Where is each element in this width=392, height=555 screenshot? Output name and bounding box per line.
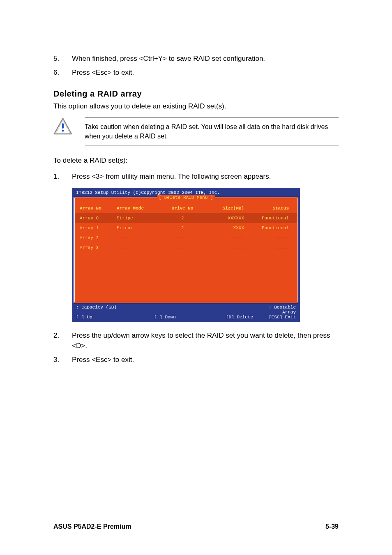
bios-cell: Functional [244,216,292,221]
bios-cell: Array 0 [80,216,117,221]
bottom-steps-list: 2.Press the up/down arrow keys to select… [53,330,339,365]
step-text: Press <3> from utility main menu. The fo… [72,171,339,182]
bios-cell: 2 [162,226,203,230]
bios-cell: Array 1 [80,226,117,230]
svg-rect-2 [62,123,64,129]
bios-cell: 2 [162,216,203,221]
numbered-step: 1.Press <3> from utility main menu. The … [53,171,339,182]
bios-screenshot: IT8212 Setup Utility (C)Copyright 2002-2… [72,188,300,322]
step-number: 5. [53,53,72,64]
caution-icon [53,117,72,136]
step-number: 2. [53,330,72,351]
bios-cell: ---- [117,235,162,240]
section-intro: This option allows you to delete an exis… [53,101,339,112]
page-footer: ASUS P5AD2-E Premium 5-39 [53,523,339,530]
footer-capacity: : Capacity (GB) [76,305,154,315]
footer-down: [ ] Down [154,315,226,320]
step-text: When finished, press <Ctrl+Y> to save RA… [72,53,339,64]
bios-cell: Stripe [117,216,162,221]
footer-delete: [D] Delete [226,315,266,320]
bios-cell: ----- [244,245,292,250]
bios-header-row: Array No Array Mode Drive No Size(MB) St… [75,203,297,213]
numbered-step: 3.Press <Esc> to exit. [53,355,339,365]
bios-array-row: Array 1Mirror2XXXXFunctional [75,223,297,233]
col-drive-no: Drive No [162,206,203,211]
caution-note: Take caution when deleting a RAID set. Y… [53,117,339,145]
step-number: 1. [53,171,72,182]
section-heading: Deleting a RAID array [53,89,339,99]
bios-footer: : Capacity (GB) : Bootable Array [ ] Up … [72,303,300,320]
footer-exit: [ESC] Exit [266,315,296,320]
bios-array-row: Array 0Stripe2XXXXXXFunctional [75,213,297,223]
bios-cell: XXXXXX [203,216,244,221]
caution-text: Take caution when deleting a RAID set. Y… [85,117,339,145]
bios-rows: Array 0Stripe2XXXXXXFunctionalArray 1Mir… [75,213,297,253]
bios-cell: Array 3 [80,245,117,250]
step-text: Press the up/down arrow keys to select t… [72,330,339,351]
step-number: 3. [53,355,72,365]
mid-steps-list: 1.Press <3> from utility main menu. The … [53,171,339,182]
footer-right: 5-39 [325,523,339,530]
bios-cell: XXXX [203,226,244,230]
top-steps-list: 5.When finished, press <Ctrl+Y> to save … [53,53,339,78]
bios-cell: ---- [162,235,203,240]
pre-steps-text: To delete a RAID set(s): [53,155,339,166]
col-array-no: Array No [80,206,117,211]
step-number: 6. [53,67,72,78]
col-array-mode: Array Mode [117,206,162,211]
bios-cell: ----- [203,235,244,240]
step-text: Press <Esc> to exit. [72,355,339,365]
numbered-step: 6.Press <Esc> to exit. [53,67,339,78]
bios-cell: Array 2 [80,235,117,240]
footer-up: [ ] Up [76,315,154,320]
col-status: Status [244,206,292,211]
bios-array-row: Array 2------------------ [75,233,297,243]
numbered-step: 2.Press the up/down arrow keys to select… [53,330,339,351]
numbered-step: 5.When finished, press <Ctrl+Y> to save … [53,53,339,64]
bios-panel: [ Delete RAID Menu ] Array No Array Mode… [74,197,298,303]
bios-cell: Mirror [117,226,162,230]
footer-left: ASUS P5AD2-E Premium [53,523,131,530]
bios-spacer [75,253,297,302]
col-size: Size(MB) [203,206,244,211]
svg-point-3 [62,129,64,131]
bios-cell: ----- [203,245,244,250]
bios-cell: ---- [117,245,162,250]
bios-menu-title: [ Delete RAID Menu ] [75,195,297,200]
bios-cell: ----- [244,235,292,240]
step-text: Press <Esc> to exit. [72,67,339,78]
footer-bootable: : Bootable Array [266,305,296,315]
bios-cell: ---- [162,245,203,250]
bios-array-row: Array 3------------------ [75,243,297,253]
bios-cell: Functional [244,226,292,230]
